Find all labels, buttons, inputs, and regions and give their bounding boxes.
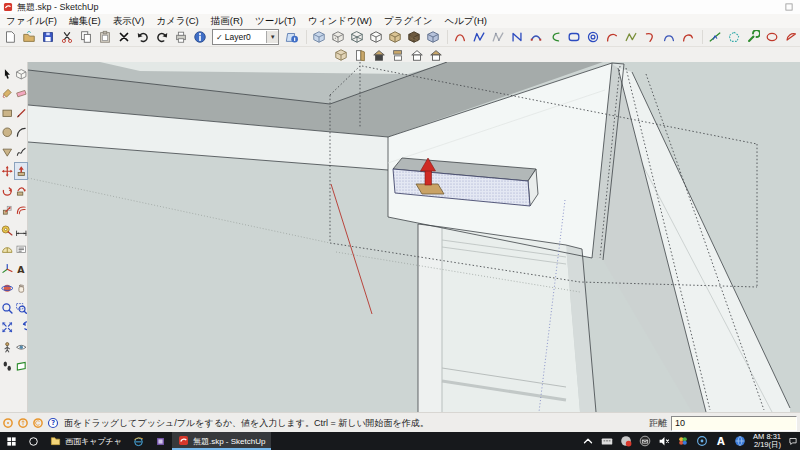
previous-icon[interactable] [14,318,28,336]
open-icon[interactable] [19,29,38,45]
cut-icon[interactable] [57,29,76,45]
red-pie-icon[interactable] [781,29,800,45]
measurement-value-box[interactable]: 10 [671,416,797,431]
house-outline-icon[interactable] [407,47,426,63]
circle-icon[interactable] [0,123,14,141]
tray-defender-icon[interactable] [673,433,692,449]
sb-badge2-icon[interactable] [15,415,30,431]
rotate-icon[interactable] [0,182,14,200]
push-pull-icon[interactable] [14,162,28,180]
dotted-polygon-icon[interactable] [724,29,743,45]
curve-endpoints-icon[interactable] [526,29,545,45]
select-icon[interactable] [0,65,14,83]
tray-device-icon[interactable] [597,433,616,449]
protractor-icon[interactable] [0,240,14,258]
sb-badge1-icon[interactable] [0,415,15,431]
paint-icon[interactable] [0,84,14,102]
task-screen-capture[interactable]: 画面キャプチャ [44,432,128,450]
viewport-canvas[interactable] [28,62,800,412]
rectangle-icon[interactable] [0,104,14,122]
redo-icon[interactable] [152,29,171,45]
tray-mail-icon[interactable] [635,433,654,449]
red-arc-icon[interactable] [602,29,621,45]
line-icon[interactable] [14,104,28,122]
red-arc2-icon[interactable] [678,29,697,45]
menu-tools[interactable]: ツール(T) [249,15,302,28]
3d-text-icon[interactable]: A [14,260,28,278]
menu-draw[interactable]: 描画(R) [205,15,249,28]
green-line-icon[interactable] [705,29,724,45]
menu-plugins[interactable]: プラグイン [378,15,439,28]
offset-icon[interactable] [14,201,28,219]
wrench-icon[interactable] [743,29,762,45]
red-hook-icon[interactable] [640,29,659,45]
save-icon[interactable] [38,29,57,45]
scale-icon[interactable] [0,201,14,219]
undo-icon[interactable] [133,29,152,45]
n-curve-icon[interactable] [507,29,526,45]
orbit-icon[interactable] [0,279,14,297]
style-hidden-line-icon[interactable] [366,29,385,45]
blue-arc-icon[interactable] [659,29,678,45]
app-icon[interactable] [150,432,172,450]
menu-file[interactable]: ファイル(F) [0,15,63,28]
volume-muted-icon[interactable] [654,433,673,449]
polygon-icon[interactable] [0,143,14,161]
sb-badge3-icon[interactable] [30,415,45,431]
tray-bluetooth-icon[interactable] [692,433,711,449]
iso-box-icon[interactable] [331,47,350,63]
bezier-arc-icon[interactable] [450,29,469,45]
style-monochrome-icon[interactable] [423,29,442,45]
style-textured-icon[interactable] [404,29,423,45]
zoom-extents-icon[interactable] [0,318,14,336]
print-icon[interactable] [171,29,190,45]
style-shaded-icon[interactable] [385,29,404,45]
action-center-icon[interactable] [785,432,800,450]
task-sketchup[interactable]: 無題.skp - SketchUp [172,432,271,450]
house-dark-icon[interactable] [369,47,388,63]
tray-chevron-icon[interactable] [578,433,597,449]
tray-network-icon[interactable] [730,433,749,449]
layer-manager-icon[interactable] [282,29,301,45]
menu-edit[interactable]: 編集(E) [63,15,107,28]
spiral-icon[interactable] [583,29,602,45]
new-icon[interactable] [0,29,19,45]
search-icon[interactable] [22,432,44,450]
house-roof-icon[interactable] [426,47,445,63]
look-around-icon[interactable] [14,338,28,356]
zoom-window-icon[interactable] [14,299,28,317]
menu-help[interactable]: ヘルプ(H) [439,15,493,28]
help-icon[interactable]: ? [45,415,60,431]
ghost-curve-icon[interactable] [488,29,507,45]
axes-icon[interactable] [0,260,14,278]
freehand-icon[interactable] [14,143,28,161]
delete-icon[interactable] [114,29,133,45]
red-ellipse-icon[interactable] [762,29,781,45]
model-info-icon[interactable] [190,29,209,45]
green-zigzag-icon[interactable] [621,29,640,45]
green-arc-icon[interactable] [545,29,564,45]
eraser-icon[interactable] [14,84,28,102]
menu-window[interactable]: ウィンドウ(W) [302,15,378,28]
menu-camera[interactable]: カメラ(C) [150,15,204,28]
start-icon[interactable] [0,432,22,450]
move-icon[interactable] [0,162,14,180]
taskbar-clock[interactable]: AM 8:31 2/19(日) [749,433,785,449]
position-camera-icon[interactable] [0,338,14,356]
pan-icon[interactable] [14,279,28,297]
copy-icon[interactable] [76,29,95,45]
arc-icon[interactable] [14,123,28,141]
ime-a-icon[interactable]: A [711,433,730,449]
walk-icon[interactable] [0,357,14,375]
door-icon[interactable] [350,47,369,63]
paste-icon[interactable] [95,29,114,45]
house-lift-roof-icon[interactable] [388,47,407,63]
window-box-icon[interactable] [784,2,794,12]
menu-view[interactable]: 表示(V) [107,15,151,28]
dimension-icon[interactable] [14,221,28,239]
make-component-icon[interactable] [14,65,28,83]
layer-dropdown[interactable]: ✓ Layer0 ▼ [212,29,279,45]
style-back-edges-icon[interactable] [328,29,347,45]
rounded-rect-icon[interactable] [564,29,583,45]
chevron-down-icon[interactable]: ▼ [266,31,278,43]
